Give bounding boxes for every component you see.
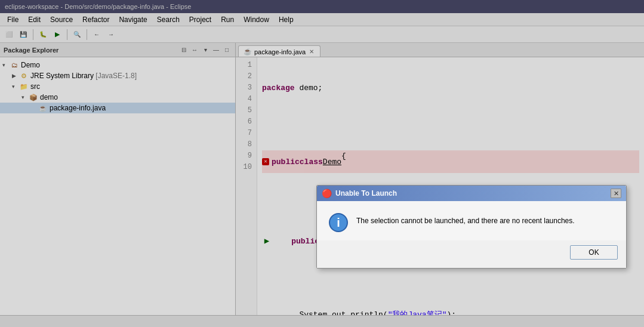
dialog-close-icon: ✕ <box>614 190 619 198</box>
dialog-ok-label: OK <box>588 248 599 257</box>
dialog-close-button[interactable]: ✕ <box>611 189 621 198</box>
dialog-message: The selection cannot be launched, and th… <box>356 213 575 225</box>
dialog-title-text: Unable To Launch <box>335 189 397 198</box>
dialog-ok-button[interactable]: OK <box>570 245 618 260</box>
unable-to-launch-dialog: 🔴 Unable To Launch ✕ i The selection can… <box>316 185 627 269</box>
dialog-info-icon: i <box>329 213 348 232</box>
dialog-title: 🔴 Unable To Launch <box>322 189 397 198</box>
dialog-overlay: 🔴 Unable To Launch ✕ i The selection can… <box>0 0 644 327</box>
dialog-title-bar: 🔴 Unable To Launch ✕ <box>317 186 626 201</box>
dialog-footer: OK <box>317 240 626 268</box>
dialog-title-icon: 🔴 <box>322 189 332 198</box>
dialog-body: i The selection cannot be launched, and … <box>317 201 626 240</box>
